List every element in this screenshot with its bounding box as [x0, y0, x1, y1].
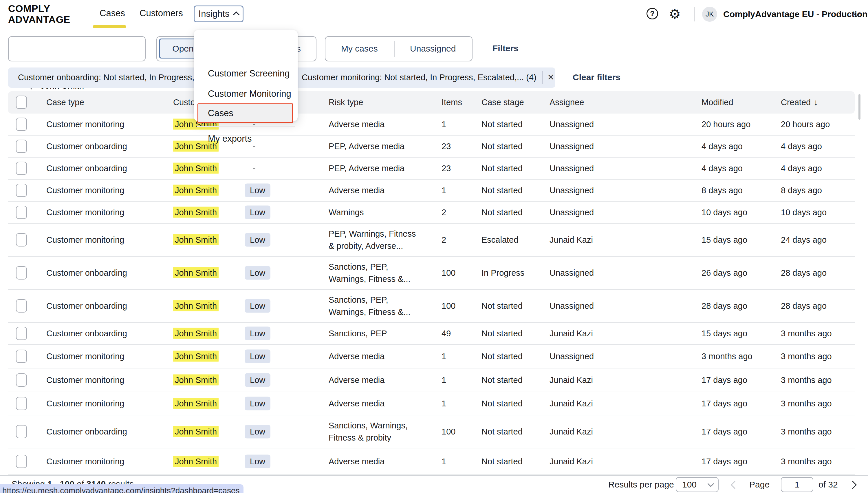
row-checkbox[interactable] [16, 350, 27, 363]
cell-case-type: Customer monitoring [46, 457, 124, 466]
cell-case-type: Customer onboarding [46, 427, 127, 436]
row-checkbox[interactable] [16, 206, 27, 219]
menu-item-customer-screening[interactable]: Customer Screening [194, 65, 298, 82]
customer-name-highlight: John Smith [173, 328, 219, 339]
risk-level-badge: Low [245, 233, 270, 247]
cell-assignee: Junaid Kazi [550, 399, 593, 408]
col-assignee[interactable]: Assignee [550, 98, 584, 107]
row-checkbox[interactable] [16, 266, 27, 280]
cell-assignee: Unassigned [550, 164, 594, 173]
assignee-option-my-cases[interactable]: My cases [341, 44, 378, 53]
search-input[interactable]: John Smith ✕ [8, 36, 146, 61]
cell-customer-name[interactable]: John Smith [173, 268, 219, 278]
settings-gear-icon[interactable]: ⚙ [669, 6, 681, 21]
cell-case-type: Customer onboarding [46, 301, 127, 311]
row-checkbox[interactable] [16, 184, 27, 197]
cell-customer-name[interactable]: John Smith [173, 457, 219, 466]
row-checkbox[interactable] [16, 233, 27, 246]
cell-created: 24 days ago [781, 235, 827, 245]
cell-modified: 17 days ago [702, 399, 747, 408]
cell-customer-name[interactable]: John Smith [173, 329, 219, 338]
cell-items: 1 [442, 399, 446, 408]
chip-close-icon[interactable]: ✕ [547, 72, 554, 82]
next-page-button[interactable] [850, 482, 855, 489]
account-name[interactable]: ComplyAdvantage EU - Production [723, 9, 867, 19]
cell-modified: 8 days ago [702, 186, 743, 195]
table-row[interactable]: Customer onboarding John Smith Low Sanct… [8, 290, 855, 323]
col-items[interactable]: Items [442, 98, 462, 107]
cell-customer-name[interactable]: John Smith [173, 301, 219, 311]
cell-modified: 4 days ago [702, 164, 743, 173]
col-modified[interactable]: Modified [702, 98, 733, 107]
cell-modified: 17 days ago [702, 427, 747, 436]
row-checkbox[interactable] [16, 397, 27, 410]
row-checkbox[interactable] [16, 373, 27, 387]
table-row[interactable]: Customer monitoring John Smith Low Warni… [8, 201, 855, 223]
assignee-option-unassigned[interactable]: Unassigned [410, 44, 456, 53]
previous-page-button[interactable] [732, 482, 738, 489]
row-checkbox[interactable] [16, 117, 27, 131]
cell-risk-type: Sanctions, Warnings, Fitness & probity [329, 420, 436, 444]
table-row[interactable]: Customer monitoring John Smith Low Adver… [8, 345, 855, 368]
cell-items: 2 [442, 208, 446, 217]
customer-name-highlight: John Smith [173, 374, 219, 386]
col-created[interactable]: Created↓ [781, 98, 818, 107]
cell-case-type: Customer monitoring [46, 120, 124, 129]
cell-customer-name[interactable]: John Smith [173, 235, 219, 245]
cell-risk-type: Adverse media [329, 118, 436, 130]
cell-risk-type: Adverse media [329, 374, 436, 386]
row-checkbox[interactable] [16, 425, 27, 438]
clear-filters-button[interactable]: Clear filters [573, 72, 620, 82]
cell-risk-type: Sanctions, PEP [329, 327, 436, 340]
nav-insights-button[interactable]: Insights [194, 5, 244, 22]
cell-created: 28 days ago [781, 301, 827, 311]
cell-modified: 17 days ago [702, 457, 747, 466]
filters-button[interactable]: Filters [492, 43, 518, 53]
nav-cases[interactable]: Cases [99, 8, 125, 19]
cell-items: 100 [442, 427, 455, 436]
menu-divider [197, 126, 295, 127]
menu-item-my-exports[interactable]: My exports [194, 131, 298, 147]
status-bar-url: https://eu.mesh.complyadvantage.com/insi… [0, 484, 244, 493]
table-row[interactable]: Customer monitoring John Smith Low PEP, … [8, 223, 855, 257]
table-row[interactable]: Customer monitoring John Smith - Adverse… [8, 113, 855, 135]
col-case-stage[interactable]: Case stage [482, 98, 524, 107]
chevron-up-icon [233, 12, 240, 18]
select-all-checkbox[interactable] [16, 95, 27, 109]
col-risk-type[interactable]: Risk type [329, 98, 363, 107]
table-row[interactable]: Customer onboarding John Smith Low Sanct… [8, 415, 855, 448]
page-number-input[interactable]: 1 [781, 477, 813, 492]
cell-modified: 3 months ago [702, 352, 753, 361]
chevron-down-icon[interactable] [853, 12, 858, 18]
row-checkbox[interactable] [16, 327, 27, 340]
scrollbar-thumb[interactable] [859, 94, 861, 120]
cell-customer-name[interactable]: John Smith [173, 427, 219, 436]
table-row[interactable]: Customer monitoring John Smith Low Adver… [8, 392, 855, 415]
table-row[interactable]: Customer monitoring John Smith Low Adver… [8, 368, 855, 392]
cell-customer-name[interactable]: John Smith [173, 399, 219, 408]
cell-customer-name[interactable]: John Smith [173, 186, 219, 195]
row-checkbox[interactable] [16, 455, 27, 468]
cell-customer-name[interactable]: John Smith [173, 376, 219, 385]
table-row[interactable]: Customer onboarding John Smith - PEP, Ad… [8, 135, 855, 157]
cell-customer-name[interactable]: John Smith [173, 208, 219, 217]
results-per-page-select[interactable]: 100 [676, 477, 719, 492]
table-row[interactable]: Customer monitoring John Smith Low Adver… [8, 179, 855, 201]
row-checkbox[interactable] [16, 299, 27, 313]
col-case-type[interactable]: Case type [46, 98, 84, 107]
table-row[interactable]: Customer onboarding John Smith Low Sanct… [8, 257, 855, 290]
cell-customer-name[interactable]: John Smith [173, 352, 219, 361]
avatar[interactable]: JK [702, 7, 717, 22]
row-checkbox[interactable] [16, 162, 27, 175]
table-row[interactable]: Customer monitoring John Smith Low Adver… [8, 448, 855, 475]
menu-item-customer-monitoring[interactable]: Customer Monitoring [194, 86, 298, 102]
row-checkbox[interactable] [16, 140, 27, 153]
cell-risk-type: PEP, Adverse media [329, 140, 436, 152]
table-row[interactable]: Customer onboarding John Smith - PEP, Ad… [8, 157, 855, 179]
cell-customer-name[interactable]: John Smith [173, 164, 219, 173]
page-number-value: 1 [795, 480, 800, 490]
nav-customers[interactable]: Customers [139, 8, 183, 19]
help-icon[interactable]: ? [646, 8, 658, 19]
menu-item-cases[interactable]: Cases [197, 103, 293, 123]
table-row[interactable]: Customer onboarding John Smith Low Sanct… [8, 323, 855, 345]
